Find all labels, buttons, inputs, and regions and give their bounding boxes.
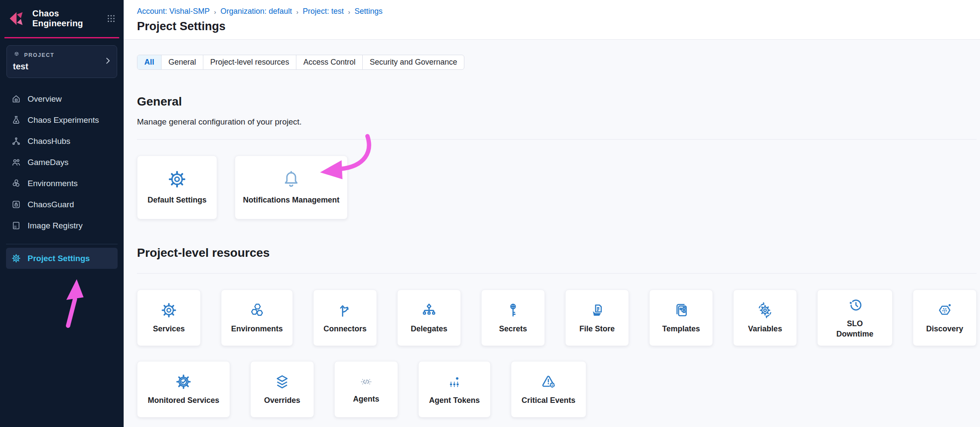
card-label: File Store — [579, 324, 615, 334]
apps-grid-icon[interactable] — [106, 14, 116, 23]
section-divider — [137, 273, 977, 274]
card-default-settings[interactable]: Default Settings — [137, 156, 217, 219]
code-brackets-icon — [359, 374, 373, 389]
sidebar-item-label: Overview — [28, 94, 62, 104]
section-divider — [137, 139, 977, 140]
clock-dot-icon — [846, 296, 864, 314]
gear-icon — [167, 169, 187, 189]
card-agents[interactable]: Agents — [334, 361, 398, 418]
flask-icon — [11, 115, 21, 125]
card-templates[interactable]: Templates — [649, 290, 713, 346]
project-selector[interactable]: PROJECT test — [6, 45, 117, 78]
brand-accent-rule — [4, 37, 119, 38]
lock-square-icon — [11, 199, 21, 209]
annotation-arrow-up — [59, 277, 91, 329]
card-label: Templates — [662, 324, 700, 334]
app-header: Chaos Engineering — [0, 0, 124, 36]
resources-section-title: Project-level resources — [137, 246, 977, 260]
breadcrumb: Account: Vishal-SMP › Organization: defa… — [137, 7, 980, 16]
tab-general[interactable]: General — [162, 55, 203, 69]
card-variables[interactable]: Variables — [733, 290, 797, 346]
bell-icon — [281, 169, 301, 189]
sidebar-item-label: GameDays — [28, 158, 68, 167]
tab-project-level-resources[interactable]: Project-level resources — [203, 55, 296, 69]
sidebar-item-environments[interactable]: Environments — [0, 173, 124, 194]
sidebar-item-image-registry[interactable]: Image Registry — [0, 215, 124, 236]
sidebar-item-label: Project Settings — [28, 254, 90, 263]
sidebar-item-project-settings[interactable]: Project Settings — [6, 248, 118, 269]
general-section-title: General — [137, 95, 977, 109]
gear-icon — [160, 302, 177, 319]
card-label: Notifications Management — [243, 195, 339, 205]
breadcrumb-project[interactable]: Project: test — [303, 7, 344, 16]
resources-cards-row2: Monitored Services Overrides Agents — [137, 361, 977, 418]
card-discovery[interactable]: Discovery — [913, 290, 977, 346]
project-name: test — [13, 62, 111, 72]
hexagons-icon — [249, 302, 266, 319]
card-agent-tokens[interactable]: Agent Tokens — [418, 361, 491, 418]
sidebar-divider — [6, 244, 118, 244]
sidebar-item-chaos-experiments[interactable]: Chaos Experiments — [0, 109, 124, 131]
card-label: Variables — [748, 324, 782, 334]
sidebar-item-chaosguard[interactable]: ChaosGuard — [0, 194, 124, 215]
page-content: All General Project-level resources Acce… — [124, 40, 980, 427]
card-file-store[interactable]: File Store — [565, 290, 629, 346]
card-overrides[interactable]: Overrides — [250, 361, 314, 418]
card-label: SLO Downtime — [828, 319, 882, 339]
card-label: Secrets — [499, 324, 527, 334]
hexagon-gear-icon — [936, 302, 953, 319]
app-title: Chaos Engineering — [32, 9, 101, 28]
sidebar-nav: Overview Chaos Experiments ChaosHubs Gam… — [0, 88, 124, 236]
general-cards: Default Settings Notifications Managemen… — [137, 156, 977, 219]
card-environments[interactable]: Environments — [221, 290, 293, 346]
card-slo-downtime[interactable]: SLO Downtime — [817, 290, 893, 346]
card-delegates[interactable]: Delegates — [397, 290, 461, 346]
project-label: PROJECT — [24, 52, 54, 58]
sidebar-item-chaoshubs[interactable]: ChaosHubs — [0, 131, 124, 152]
card-label: Agents — [353, 394, 380, 404]
breadcrumb-separator: › — [214, 8, 216, 16]
card-secrets[interactable]: Secrets — [481, 290, 545, 346]
sidebar-item-label: ChaosHubs — [28, 137, 70, 146]
general-section-description: Manage general configuration of your pro… — [137, 117, 977, 127]
warning-gear-icon — [540, 373, 557, 390]
sidebar-item-overview[interactable]: Overview — [0, 88, 124, 109]
main-area: Account: Vishal-SMP › Organization: defa… — [124, 0, 980, 427]
page-header: Account: Vishal-SMP › Organization: defa… — [124, 0, 980, 40]
fork-arrows-icon — [336, 302, 354, 319]
card-label: Monitored Services — [148, 396, 219, 405]
registry-icon — [11, 221, 21, 231]
org-tree-icon — [420, 302, 438, 319]
tab-access-control[interactable]: Access Control — [296, 55, 363, 69]
card-label: Delegates — [411, 324, 448, 334]
settings-tabs: All General Project-level resources Acce… — [137, 55, 464, 70]
hub-icon — [11, 136, 21, 146]
layers-icon — [274, 373, 291, 390]
tab-security-governance[interactable]: Security and Governance — [363, 55, 464, 69]
card-label: Discovery — [926, 324, 963, 334]
sidebar-item-gamedays[interactable]: GameDays — [0, 152, 124, 173]
breadcrumb-separator: › — [348, 8, 350, 16]
home-icon — [11, 94, 21, 104]
gear-sync-icon — [756, 302, 774, 319]
card-monitored-services[interactable]: Monitored Services — [137, 361, 230, 418]
card-critical-events[interactable]: Critical Events — [511, 361, 586, 418]
hexagons-icon — [11, 178, 21, 188]
card-label: Services — [153, 324, 185, 334]
breadcrumb-organization[interactable]: Organization: default — [221, 7, 292, 16]
cube-icon — [13, 51, 20, 59]
people-icon — [11, 157, 21, 167]
sidebar: Chaos Engineering PROJECT test — [0, 0, 124, 427]
gear-check-icon — [175, 373, 192, 390]
card-label: Default Settings — [147, 195, 206, 205]
breadcrumb-settings[interactable]: Settings — [355, 7, 383, 16]
card-label: Overrides — [264, 396, 300, 405]
card-label: Critical Events — [522, 396, 576, 405]
harness-logo-icon — [9, 10, 27, 27]
app-window: Chaos Engineering PROJECT test — [0, 0, 980, 427]
breadcrumb-account[interactable]: Account: Vishal-SMP — [137, 7, 210, 16]
tab-all[interactable]: All — [137, 55, 162, 69]
card-notifications-management[interactable]: Notifications Management — [235, 156, 348, 219]
card-connectors[interactable]: Connectors — [313, 290, 377, 346]
card-services[interactable]: Services — [137, 290, 201, 346]
